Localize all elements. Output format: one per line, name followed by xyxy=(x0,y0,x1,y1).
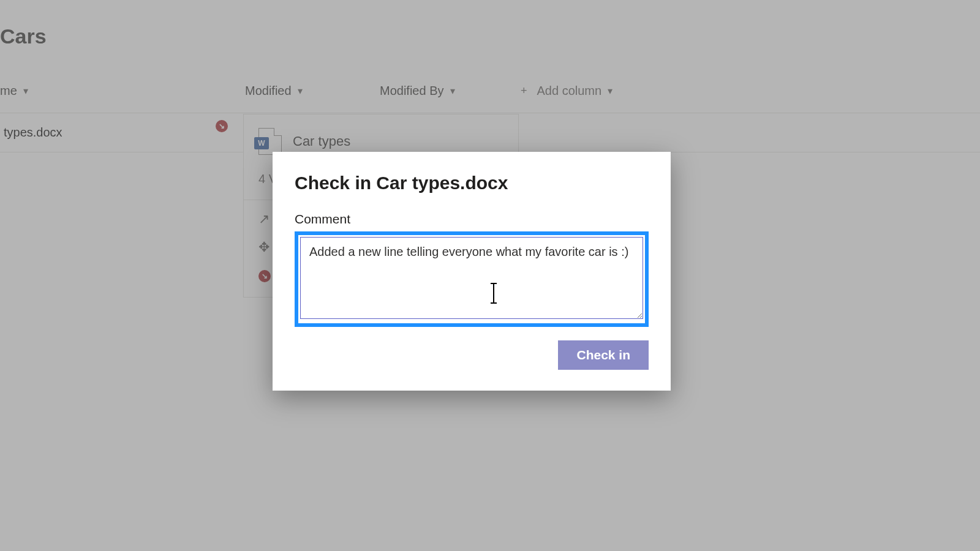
check-in-button[interactable]: Check in xyxy=(558,340,649,370)
comment-textarea[interactable] xyxy=(300,237,643,319)
comment-label: Comment xyxy=(295,212,649,227)
check-in-dialog: Check in Car types.docx Comment Check in xyxy=(273,152,671,391)
dialog-title: Check in Car types.docx xyxy=(295,173,649,193)
comment-field-highlight xyxy=(295,231,649,327)
